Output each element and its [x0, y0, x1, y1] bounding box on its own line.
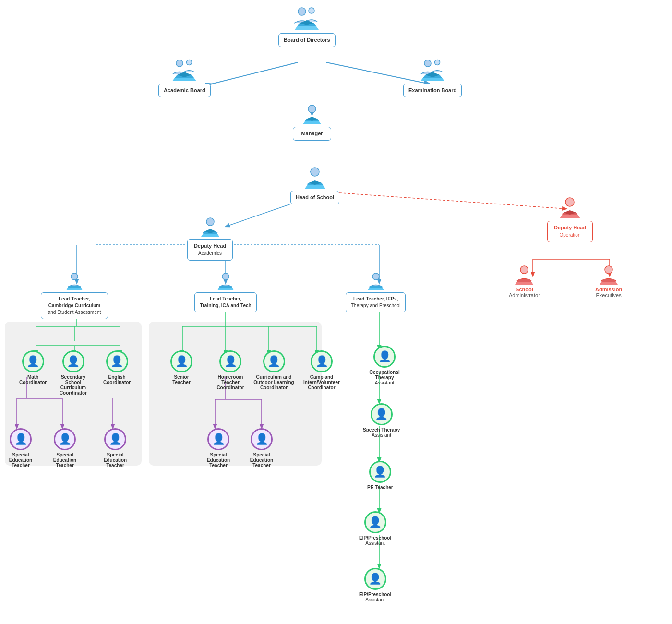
sped-2-label: Special Education Teacher [48, 452, 82, 468]
lead-ieps-label: Lead Teacher, IEPs,Therapy and Preschool [346, 292, 406, 312]
lead-training-label: Lead Teacher, Training, ICA and Tech [194, 292, 257, 312]
sped-3-node: 👤 Special Education Teacher [98, 428, 132, 468]
svg-point-45 [298, 8, 306, 15]
svg-line-4 [226, 202, 298, 227]
svg-marker-80 [217, 288, 234, 290]
english-coord-node: 👤 EnglishCoordinator [103, 350, 131, 385]
svg-point-55 [424, 60, 431, 67]
svg-marker-73 [560, 215, 580, 218]
svg-marker-87 [517, 279, 531, 282]
sped-5-node: 👤 Special Education Teacher [245, 428, 278, 468]
svg-point-64 [311, 168, 319, 176]
svg-marker-61 [303, 121, 321, 124]
exam-board-node: Examination Board [403, 58, 462, 97]
sped-1-label: Special Education Teacher [4, 452, 37, 468]
svg-point-51 [187, 60, 192, 65]
homeroom-coord-label: Homeroom Teacher Coordinator [211, 374, 250, 390]
senior-teacher-label: SeniorTeacher [172, 374, 191, 385]
school-admin-label: SchoolAdministrator [509, 287, 540, 298]
lead-cambridge-label: Lead Teacher, Cambridge Curriculumand St… [41, 292, 108, 319]
head-of-school-node: Head of School [290, 166, 339, 204]
curriculum-outdoor-node: 👤 Curriculum and Outdoor Learning Coordi… [253, 350, 294, 390]
svg-marker-65 [305, 185, 325, 189]
svg-point-50 [176, 60, 183, 67]
svg-point-82 [372, 273, 379, 280]
school-admin-node: SchoolAdministrator [509, 264, 540, 298]
english-coord-label: EnglishCoordinator [103, 374, 131, 385]
svg-line-5 [326, 192, 566, 209]
deputy-academics-node: Deputy Head Academics [187, 216, 233, 261]
svg-marker-89 [600, 282, 618, 285]
pe-teacher-node: 👤 PE Teacher [367, 461, 393, 490]
occ-therapy-node: 👤 Occupational TherapyAssistant [363, 346, 406, 385]
eip-1-label: EIP/PreschoolAssistant [359, 535, 391, 546]
sped-1-node: 👤 Special Education Teacher [4, 428, 37, 468]
sped-4-label: Special Education Teacher [202, 452, 235, 468]
svg-point-76 [71, 273, 78, 280]
svg-point-68 [206, 218, 214, 226]
speech-therapy-label: Speech TherapyAssistant [363, 427, 400, 438]
eip-2-label: EIP/PreschoolAssistant [359, 592, 391, 602]
academic-board-node: Academic Board [158, 58, 211, 97]
pe-teacher-label: PE Teacher [367, 485, 393, 490]
deputy-academics-label: Deputy Head Academics [187, 239, 233, 261]
occ-therapy-label: Occupational TherapyAssistant [363, 370, 406, 385]
sped-2-node: 👤 Special Education Teacher [48, 428, 82, 468]
secondary-coord-node: 👤 Secondary School Curriculum Coordinato… [55, 350, 91, 396]
eip-1-node: 👤 EIP/PreschoolAssistant [359, 511, 391, 546]
svg-marker-47 [295, 26, 319, 30]
svg-marker-78 [68, 286, 81, 288]
svg-point-85 [520, 266, 528, 274]
svg-marker-90 [601, 279, 616, 282]
deputy-operations-node: Deputy Head Operation [547, 196, 593, 242]
lead-training-node: Lead Teacher, Training, ICA and Tech [194, 271, 257, 312]
svg-point-72 [565, 198, 574, 206]
svg-point-60 [308, 105, 316, 113]
camp-coord-label: Camp and Intern/Volunteer Coordinator [302, 374, 341, 390]
sped-5-label: Special Education Teacher [245, 452, 278, 468]
svg-point-88 [605, 266, 612, 274]
curriculum-outdoor-label: Curriculum and Outdoor Learning Coordina… [253, 374, 294, 390]
admission-exec-node: AdmissionExecutives [595, 264, 622, 298]
svg-marker-84 [369, 286, 383, 288]
sped-3-label: Special Education Teacher [98, 452, 132, 468]
academic-board-label: Academic Board [158, 84, 211, 97]
sped-4-node: 👤 Special Education Teacher [202, 428, 235, 468]
senior-teacher-node: 👤 SeniorTeacher [170, 350, 192, 385]
svg-marker-81 [219, 286, 232, 288]
svg-marker-69 [201, 234, 219, 237]
lead-cambridge-node: Lead Teacher, Cambridge Curriculumand St… [41, 271, 108, 319]
deputy-operations-label: Deputy Head Operation [547, 221, 593, 242]
camp-coord-node: 👤 Camp and Intern/Volunteer Coordinator [302, 350, 341, 390]
math-coord-label: MathCoordinator [19, 374, 47, 385]
manager-label: Manager [293, 127, 331, 141]
board-label: Board of Directors [278, 33, 336, 47]
homeroom-coord-node: 👤 Homeroom Teacher Coordinator [211, 350, 250, 390]
speech-therapy-node: 👤 Speech TherapyAssistant [363, 403, 400, 438]
manager-node: Manager [293, 103, 331, 141]
math-coordinator-node: 👤 MathCoordinator [19, 350, 47, 385]
svg-marker-52 [172, 78, 196, 81]
svg-point-46 [309, 8, 314, 13]
svg-marker-83 [368, 288, 384, 290]
svg-point-79 [222, 273, 229, 280]
board-of-directors-node: Board of Directors [278, 5, 336, 47]
lead-ieps-node: Lead Teacher, IEPs,Therapy and Preschool [346, 271, 406, 312]
secondary-coord-label: Secondary School Curriculum Coordinator [55, 374, 91, 396]
svg-line-0 [211, 62, 298, 84]
svg-point-56 [435, 60, 440, 65]
svg-marker-57 [420, 78, 444, 81]
admission-exec-label: AdmissionExecutives [595, 287, 622, 298]
eip-2-node: 👤 EIP/PreschoolAssistant [359, 568, 391, 602]
exam-board-label: Examination Board [403, 84, 462, 97]
svg-marker-77 [66, 288, 83, 290]
svg-marker-86 [515, 282, 533, 285]
head-of-school-label: Head of School [290, 191, 339, 204]
